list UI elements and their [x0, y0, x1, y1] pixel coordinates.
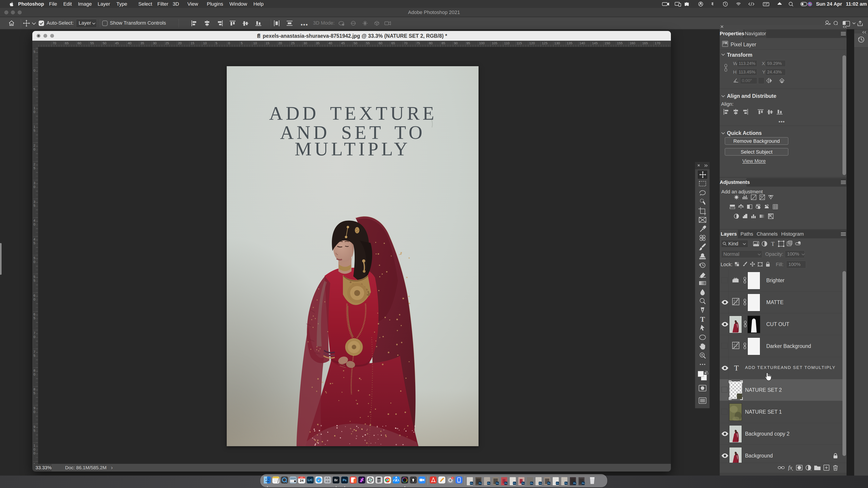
svg-text:1: 1	[452, 477, 453, 479]
svg-text:fx: fx	[788, 464, 793, 471]
svg-text:A: A	[395, 479, 398, 482]
svg-text:T: T	[771, 240, 775, 247]
svg-text:ADD TEXTURE: ADD TEXTURE	[269, 103, 437, 124]
svg-text:MULTIPLY: MULTIPLY	[295, 138, 411, 160]
svg-text:T: T	[700, 315, 705, 323]
